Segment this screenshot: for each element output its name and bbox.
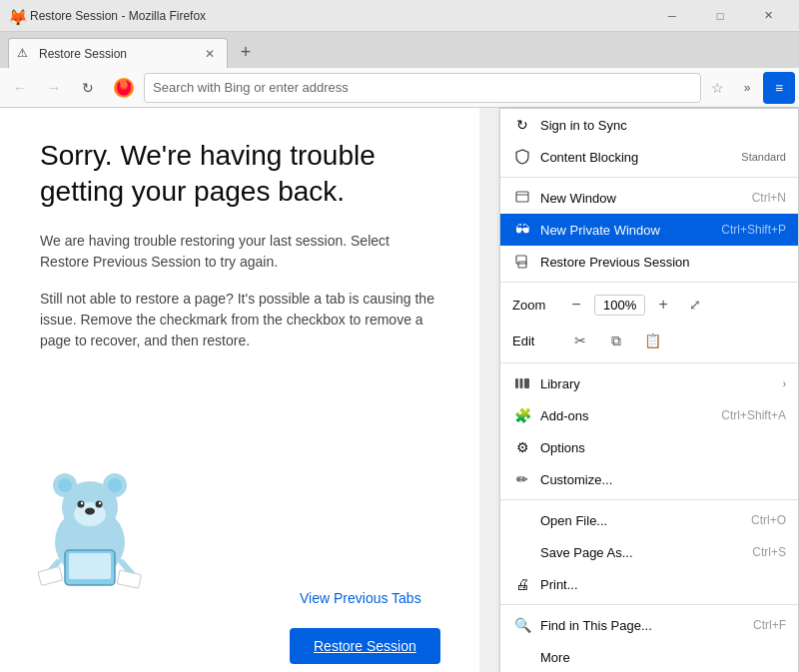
new-window-label: New Window [540, 191, 752, 206]
addons-shortcut: Ctrl+Shift+A [721, 408, 786, 422]
nav-bar: ← → ↻ Search with Bing or enter address … [0, 68, 799, 108]
menu-item-more[interactable]: More [500, 641, 798, 672]
svg-rect-25 [524, 378, 529, 388]
svg-rect-18 [117, 570, 141, 588]
svg-rect-14 [69, 553, 111, 579]
svg-rect-19 [516, 192, 528, 202]
bear-illustration [30, 452, 150, 592]
window-title: Restore Session - Mozilla Firefox [30, 9, 649, 23]
tab-close-button[interactable]: ✕ [201, 45, 219, 63]
browser-tab[interactable]: ⚠ Restore Session ✕ [8, 38, 228, 68]
menu-item-print[interactable]: 🖨 Print... [500, 568, 798, 600]
addons-icon: 🧩 [512, 405, 532, 425]
svg-rect-17 [38, 566, 63, 585]
menu-item-options[interactable]: ⚙ Options [500, 431, 798, 463]
restore-session-icon [512, 252, 532, 272]
minimize-button[interactable]: ─ [649, 0, 695, 32]
zoom-expand-button[interactable]: ⤢ [681, 291, 709, 319]
title-bar: 🦊 Restore Session - Mozilla Firefox ─ □ … [0, 0, 799, 32]
window-controls: ─ □ ✕ [649, 0, 791, 32]
menu-item-restore-previous-session[interactable]: Restore Previous Session [500, 246, 798, 278]
new-private-window-shortcut: Ctrl+Shift+P [721, 223, 786, 237]
private-window-icon: 🕶 [512, 220, 532, 240]
edit-row: Edit ✂ ⧉ 📋 [500, 323, 798, 358]
cut-button[interactable]: ✂ [562, 327, 598, 354]
library-icon [512, 373, 532, 393]
hamburger-icon: ≡ [775, 80, 783, 96]
menu-item-new-window[interactable]: New Window Ctrl+N [500, 182, 798, 214]
svg-point-5 [58, 478, 72, 492]
svg-point-12 [85, 508, 95, 515]
more-label: More [540, 650, 786, 665]
error-para-1: We are having trouble restoring your las… [40, 231, 439, 273]
zoom-row: Zoom − 100% + ⤢ [500, 287, 798, 323]
new-private-window-label: New Private Window [540, 223, 721, 238]
addons-label: Add-ons [540, 408, 721, 423]
tab-bar: ⚠ Restore Session ✕ + [0, 32, 799, 68]
overflow-button[interactable]: » [733, 74, 761, 102]
bookmark-button[interactable]: ☆ [703, 74, 731, 102]
menu-item-open-file[interactable]: Open File... Ctrl+O [500, 504, 798, 536]
maximize-button[interactable]: □ [697, 0, 743, 32]
menu-item-find-in-page[interactable]: 🔍 Find in This Page... Ctrl+F [500, 609, 798, 641]
zoom-label: Zoom [512, 298, 562, 313]
error-heading: Sorry. We're having trouble getting your… [40, 138, 439, 211]
app-icon: 🦊 [8, 8, 24, 24]
zoom-in-button[interactable]: + [649, 291, 677, 319]
shield-icon [512, 147, 532, 167]
paste-button[interactable]: 📋 [634, 327, 670, 354]
save-page-label: Save Page As... [540, 545, 752, 560]
new-tab-button[interactable]: + [232, 38, 260, 66]
copy-button[interactable]: ⧉ [598, 327, 634, 354]
svg-point-11 [99, 502, 101, 504]
print-label: Print... [540, 577, 786, 592]
hamburger-dropdown: ↻ Sign in to Sync Content Blocking Stand… [499, 108, 799, 672]
menu-item-content-blocking[interactable]: Content Blocking Standard [500, 141, 798, 173]
menu-item-customize[interactable]: ✏ Customize... [500, 463, 798, 495]
address-text: Search with Bing or enter address [153, 80, 692, 95]
svg-point-10 [81, 502, 83, 504]
view-previous-tabs-link[interactable]: View Previous Tabs [300, 590, 421, 606]
back-button[interactable]: ← [4, 72, 36, 104]
new-window-icon [512, 188, 532, 208]
menu-item-add-ons[interactable]: 🧩 Add-ons Ctrl+Shift+A [500, 399, 798, 431]
new-window-shortcut: Ctrl+N [752, 191, 786, 205]
restore-session-button[interactable]: Restore Session [290, 628, 440, 664]
menu-item-sign-in-sync[interactable]: ↻ Sign in to Sync [500, 109, 798, 141]
content-blocking-label: Content Blocking [540, 150, 741, 165]
library-label: Library [540, 376, 783, 391]
tab-title: Restore Session [39, 47, 197, 61]
svg-rect-23 [515, 378, 518, 388]
edit-label: Edit [512, 334, 562, 348]
separator-2 [500, 282, 798, 283]
reload-button[interactable]: ↻ [72, 72, 104, 104]
restore-session-label: Restore Previous Session [540, 255, 786, 270]
close-button[interactable]: ✕ [745, 0, 791, 32]
find-in-page-shortcut: Ctrl+F [753, 618, 786, 632]
svg-rect-22 [518, 262, 526, 268]
svg-point-8 [78, 501, 85, 508]
forward-button[interactable]: → [38, 72, 70, 104]
save-page-icon [512, 542, 532, 562]
menu-item-library[interactable]: Library › [500, 367, 798, 399]
open-file-icon [512, 510, 532, 530]
address-bar[interactable]: Search with Bing or enter address [144, 73, 701, 103]
find-in-page-label: Find in This Page... [540, 618, 753, 633]
menu-item-new-private-window[interactable]: 🕶 New Private Window Ctrl+Shift+P [500, 214, 798, 246]
separator-5 [500, 604, 798, 605]
zoom-out-button[interactable]: − [562, 291, 590, 319]
menu-item-save-page[interactable]: Save Page As... Ctrl+S [500, 536, 798, 568]
svg-rect-24 [520, 378, 523, 388]
sync-icon: ↻ [512, 115, 532, 135]
page-content: Sorry. We're having trouble getting your… [0, 108, 479, 672]
tab-icon: ⚠ [17, 46, 33, 62]
library-arrow: › [783, 378, 786, 389]
zoom-value: 100% [594, 295, 645, 316]
hamburger-menu-button[interactable]: ≡ [763, 72, 795, 104]
separator-4 [500, 499, 798, 500]
firefox-button[interactable] [106, 70, 142, 106]
error-para-2: Still not able to restore a page? It's p… [40, 289, 439, 351]
find-icon: 🔍 [512, 615, 532, 635]
open-file-label: Open File... [540, 513, 751, 528]
customize-icon: ✏ [512, 469, 532, 489]
